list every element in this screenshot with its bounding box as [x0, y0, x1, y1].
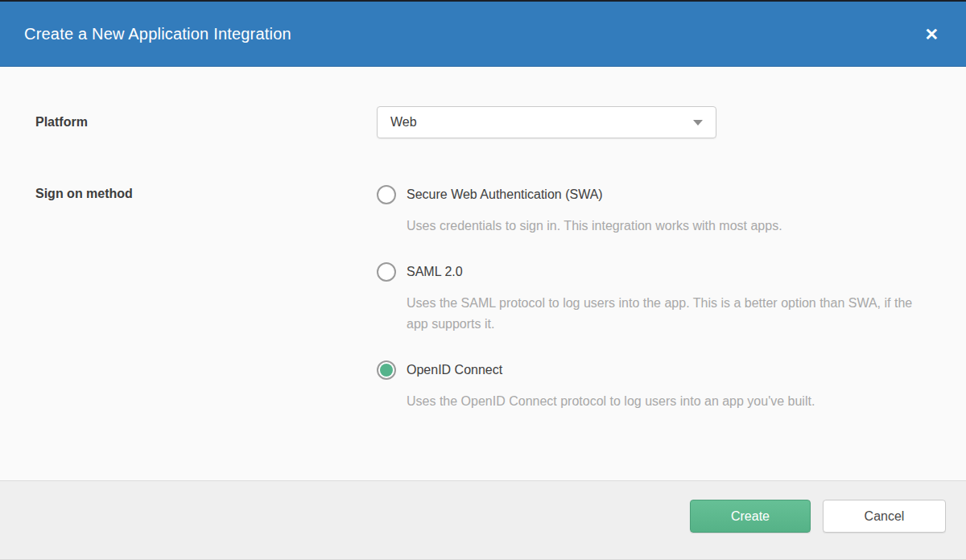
- platform-label: Platform: [35, 115, 377, 130]
- sign-on-option-oidc-label[interactable]: OpenID Connect: [407, 363, 502, 377]
- sign-on-method-options: Secure Web Authentication (SWA) Uses cre…: [377, 185, 923, 412]
- sign-on-option-swa-description: Uses credentials to sign in. This integr…: [407, 216, 923, 237]
- platform-select-value: Web: [390, 115, 417, 130]
- sign-on-option-swa: Secure Web Authentication (SWA) Uses cre…: [377, 185, 923, 237]
- close-icon[interactable]: ✕: [921, 23, 942, 46]
- platform-row: Platform Web: [35, 106, 934, 138]
- modal-footer: Create Cancel: [0, 480, 966, 559]
- sign-on-option-oidc: OpenID Connect Uses the OpenID Connect p…: [377, 360, 923, 412]
- radio-button-saml[interactable]: [377, 262, 396, 282]
- radio-button-swa[interactable]: [377, 185, 396, 204]
- sign-on-option-oidc-description: Uses the OpenID Connect protocol to log …: [407, 391, 923, 412]
- platform-select[interactable]: Web: [377, 106, 716, 138]
- sign-on-option-oidc-click-target[interactable]: OpenID Connect: [377, 360, 923, 380]
- sign-on-option-saml-label[interactable]: SAML 2.0: [407, 265, 463, 279]
- sign-on-option-saml-click-target[interactable]: SAML 2.0: [377, 262, 923, 282]
- cancel-button[interactable]: Cancel: [823, 500, 946, 533]
- modal-header: Create a New Application Integration ✕: [0, 2, 966, 67]
- sign-on-method-label: Sign on method: [35, 185, 377, 412]
- chevron-down-icon: [693, 120, 703, 126]
- modal-title: Create a New Application Integration: [24, 25, 291, 43]
- radio-button-openid-connect[interactable]: [377, 360, 396, 380]
- sign-on-option-saml-description: Uses the SAML protocol to log users into…: [407, 293, 923, 335]
- sign-on-option-swa-label[interactable]: Secure Web Authentication (SWA): [407, 187, 603, 202]
- sign-on-option-swa-click-target[interactable]: Secure Web Authentication (SWA): [377, 185, 923, 204]
- platform-control: Web: [377, 106, 716, 138]
- modal-body: Platform Web Sign on method Secure Web A…: [0, 67, 966, 480]
- create-app-integration-modal: Create a New Application Integration ✕ P…: [0, 0, 966, 560]
- sign-on-method-row: Sign on method Secure Web Authentication…: [35, 185, 934, 412]
- create-button[interactable]: Create: [690, 500, 811, 533]
- sign-on-option-saml: SAML 2.0 Uses the SAML protocol to log u…: [377, 262, 923, 335]
